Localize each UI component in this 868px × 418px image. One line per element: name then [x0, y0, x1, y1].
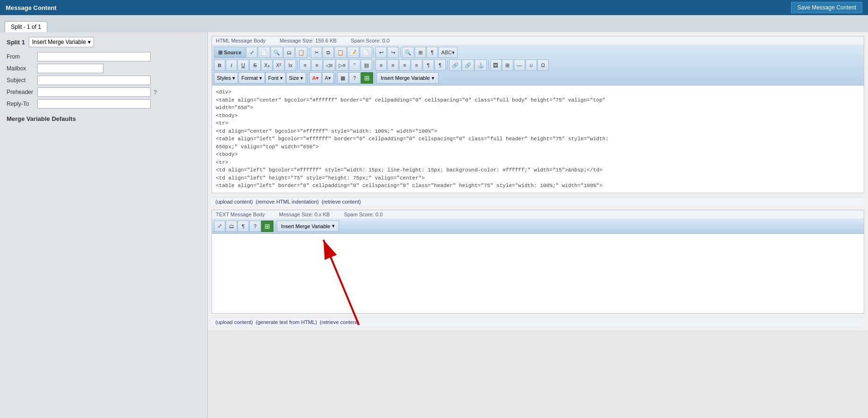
special-char-button[interactable]: Ω [537, 60, 549, 71]
paste2-button[interactable]: 📋 [334, 47, 347, 58]
find-button[interactable]: 🔍 [402, 47, 414, 58]
share-button[interactable]: ⊞ [361, 72, 373, 84]
unlink-button[interactable]: 🔗 [462, 60, 474, 71]
anchor-button[interactable]: ⚓ [475, 60, 487, 71]
mailbox-input[interactable] [37, 64, 103, 73]
rtl-button[interactable]: ¶ [434, 60, 446, 71]
generate-text-link[interactable]: (generate text from HTML) [256, 319, 317, 325]
from-input[interactable] [37, 52, 151, 61]
size-dropdown[interactable]: Size ▾ [286, 72, 306, 84]
text-merge-var-btn[interactable]: Insert Merge Variable ▾ [277, 221, 339, 232]
merge-variable-dropdown[interactable]: Insert Merge Variable ▾ [29, 37, 94, 47]
ul-button[interactable]: ≡ [311, 60, 323, 71]
preview-button[interactable]: 🔍 [271, 47, 283, 58]
retrieve-content-link[interactable]: (retrieve content) [322, 199, 361, 205]
font-arrow: ▾ [280, 75, 283, 81]
left-panel: Split 1 Insert Merge Variable ▾ From Mai… [0, 32, 208, 418]
text-share-button[interactable]: ⊞ [261, 221, 273, 232]
text-merge-var-label: Insert Merge Variable [281, 223, 330, 229]
help-button[interactable]: ? [349, 72, 360, 84]
underline-button[interactable]: U [238, 60, 249, 71]
superscript-button[interactable]: X² [273, 60, 284, 71]
fullscreen-button[interactable]: ⤢ [246, 47, 257, 58]
clear-format-button[interactable]: Ix [285, 60, 296, 71]
merge-var-label: Insert Merge Variable [32, 39, 86, 45]
save-message-button[interactable]: Save Message Content [791, 2, 862, 13]
format-dropdown[interactable]: Format ▾ [238, 72, 265, 84]
paste-text-button[interactable]: 📝 [347, 47, 359, 58]
text-fullscreen-button[interactable]: ⤢ [214, 221, 225, 232]
format-button[interactable]: ¶ [426, 47, 438, 58]
ltr-button[interactable]: ¶ [423, 60, 434, 71]
image-button[interactable]: 🖼 [490, 60, 502, 71]
subscript-button[interactable]: X₂ [261, 60, 272, 71]
text-template-button[interactable]: 🗂 [226, 221, 237, 232]
text-help-button[interactable]: ? [249, 221, 261, 232]
chart-button[interactable]: ▦ [337, 72, 349, 84]
html-editor-meta: HTML Message Body Message Size: 159.6 KB… [212, 36, 864, 45]
spell-button[interactable]: ABC▾ [438, 47, 458, 58]
subject-input[interactable] [37, 76, 151, 85]
preheader-help-icon[interactable]: ? [153, 89, 157, 96]
ol-button[interactable]: ≡ [299, 60, 311, 71]
reply-to-label: Reply-To [7, 101, 37, 107]
paste-word-button[interactable]: 📄 [360, 47, 372, 58]
table-button[interactable]: ⊞ [502, 60, 513, 71]
indent-button[interactable]: ▷≡ [336, 60, 348, 71]
hline-button[interactable]: — [514, 60, 525, 71]
cut-button[interactable]: ✂ [311, 47, 322, 58]
strikethrough-button[interactable]: S [249, 60, 261, 71]
copy-button[interactable]: ⧉ [323, 47, 334, 58]
split-tab[interactable]: Split - 1 of 1 [5, 21, 47, 32]
source-button[interactable]: ⊞ Source [214, 47, 246, 58]
subject-label: Subject [7, 77, 37, 84]
select-all-button[interactable]: ⊞ [415, 47, 426, 58]
separator-8 [307, 73, 308, 83]
separator-5 [374, 60, 374, 70]
font-dropdown[interactable]: Font ▾ [265, 72, 286, 84]
right-panel: HTML Message Body Message Size: 159.6 KB… [208, 32, 868, 330]
html-message-size: Message Size: 159.6 KB [280, 38, 336, 43]
separator-7 [488, 60, 489, 70]
italic-button[interactable]: I [226, 60, 237, 71]
blockquote-button[interactable]: " [349, 60, 360, 71]
html-merge-var-label: Insert Merge Variable [381, 75, 430, 81]
separator-6 [447, 60, 448, 70]
align-right-button[interactable]: ≡ [399, 60, 410, 71]
from-label: From [7, 53, 37, 60]
reply-to-input[interactable] [37, 99, 151, 109]
link-button[interactable]: 🔗 [449, 60, 461, 71]
align-justify-button[interactable]: ≡ [411, 60, 422, 71]
split-row: Split 1 Insert Merge Variable ▾ [7, 37, 201, 47]
text-editor-meta: TEXT Message Body Message Size: 0.x KB S… [212, 210, 864, 219]
source-label: Source [224, 50, 241, 55]
align-center-button[interactable]: ≡ [387, 60, 399, 71]
upload-content-link[interactable]: (upload content) [215, 199, 253, 205]
preheader-input[interactable] [37, 87, 151, 97]
remove-indentation-link[interactable]: (remove HTML indentation) [256, 199, 319, 205]
text-upload-link[interactable]: (upload content) [215, 319, 253, 325]
text-retrieve-link[interactable]: (retrieve content) [320, 319, 359, 325]
align-left-button[interactable]: ≡ [375, 60, 387, 71]
dropdown-arrow-icon: ▾ [88, 39, 91, 45]
font-color-button[interactable]: A▾ [309, 72, 321, 84]
redo-button[interactable]: ↪ [387, 47, 399, 58]
source-icon: ⊞ [218, 50, 222, 56]
mailbox-row: Mailbox [7, 64, 201, 73]
paste-button[interactable]: 📋 [295, 47, 307, 58]
bg-color-button[interactable]: A▾ [322, 72, 334, 84]
styles-dropdown[interactable]: Styles ▾ [214, 72, 238, 84]
split-label: Split 1 [7, 39, 25, 46]
new-doc-button[interactable]: 📄 [258, 47, 270, 58]
html-merge-var-btn[interactable]: Insert Merge Variable ▾ [376, 72, 439, 84]
html-code-area[interactable]: <div> <table align="center" bgcolor="#ff… [212, 85, 864, 193]
text-format-button[interactable]: ¶ [238, 221, 249, 232]
separator-3 [400, 48, 400, 57]
bold-button[interactable]: B [214, 60, 225, 71]
outdent-button[interactable]: ◁≡ [323, 60, 335, 71]
div-button[interactable]: ▤ [361, 60, 372, 71]
text-content-area[interactable] [212, 234, 864, 313]
template-button[interactable]: 🗂 [283, 47, 295, 58]
undo-button[interactable]: ↩ [375, 47, 387, 58]
emoji-button[interactable]: ☺ [526, 60, 537, 71]
